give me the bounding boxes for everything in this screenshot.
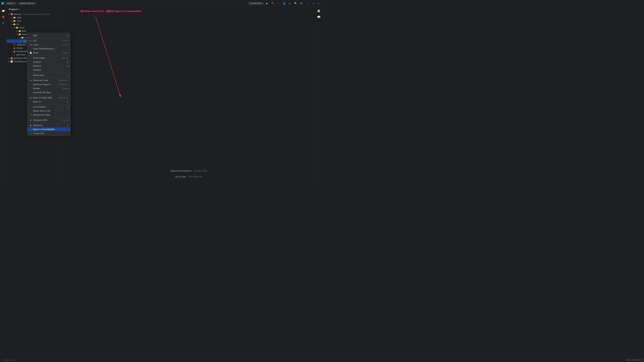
cm-item-compare-with[interactable]: ⇄ Compare With... Ctrl+D <box>27 118 70 122</box>
project-icon-button[interactable]: 📁 <box>1 8 6 14</box>
cm-item-delete[interactable]: Delete... Delete <box>27 86 70 90</box>
cm-label-find-usages: Find Usages <box>33 57 61 59</box>
tree-label-mvnw: mvnw <box>16 47 22 49</box>
cm-item-open-scenebuilder[interactable]: Open In SceneBuilder <box>27 127 70 132</box>
maximize-button[interactable]: □ <box>311 1 316 6</box>
cm-item-override-file-type[interactable]: Override File Type <box>27 90 70 94</box>
cm-label-create-gist: Create Gist... <box>33 132 68 134</box>
bookmarks-icon-button[interactable]: 🔖 <box>1 14 6 20</box>
cm-item-validate[interactable]: Validate <box>27 68 70 72</box>
more-actions-button[interactable]: ⋮ <box>276 1 281 6</box>
cm-label-paste: Paste <box>33 52 61 54</box>
cm-item-reformat[interactable]: ≡ Reformat Code Ctrl+Alt+L <box>27 78 70 82</box>
build-button[interactable]: 🔨 <box>270 1 275 6</box>
title-bar-left: J demo2 ▾ Version control ▾ <box>1 2 36 5</box>
cm-icon-open-in <box>29 100 32 103</box>
structure-icon-button[interactable]: ⊞ <box>1 20 6 26</box>
cm-sep-2 <box>27 55 70 56</box>
scratches-icon: 📝 <box>10 60 13 63</box>
cm-item-refactor[interactable]: Refactor ▶ <box>27 64 70 68</box>
notifications-icon-button[interactable]: 🔔 <box>316 8 322 14</box>
more-tools-icon-button[interactable]: ⋯ <box>1 26 6 32</box>
version-control-button[interactable]: Version control ▾ <box>18 2 36 5</box>
settings-button[interactable]: ⚙ <box>299 1 304 6</box>
cm-item-reload-disk[interactable]: ↺ Reload from Disk <box>27 113 70 117</box>
shortcut-go-to-file: Go to File Ctrl+Shift+N <box>176 176 202 178</box>
cm-icon-optimize-imports <box>29 83 32 86</box>
tree-item-main[interactable]: ▼ 📂 main <box>7 26 62 29</box>
tree-label-pom-xml: pom.xml <box>16 54 25 56</box>
cm-label-bookmarks: Bookmarks <box>33 74 66 76</box>
right-icon-bar: 🔔 📖 m <box>315 7 322 181</box>
run-button[interactable]: ▶ <box>265 1 269 6</box>
cm-item-copy-path[interactable]: Copy Path/Reference... <box>27 47 70 51</box>
cm-item-new[interactable]: New ▶ <box>27 34 70 38</box>
cm-sep-1 <box>27 38 70 38</box>
cm-label-open-in: Open In <box>33 100 66 103</box>
cm-label-optimize-imports: Optimize Imports <box>33 83 57 86</box>
tree-arrow-idea: ▶ <box>11 16 13 19</box>
cm-item-paste[interactable]: 📋 Paste Ctrl+V <box>27 51 70 55</box>
cm-icon-diagrams: ⊞ <box>29 124 32 127</box>
project-chevron-icon: ▾ <box>14 2 15 4</box>
title-bar-right: Current File ▾ ▶ 🔨 ⋮ 👤 A 🔍 ⚙ ─ □ ✕ <box>248 1 321 6</box>
tree-label-mvn: .mvn <box>16 20 22 22</box>
tree-item-demo2[interactable]: ▼ 📦 demo2 D:\dev\java\code\javafx\demo2 <box>7 12 62 16</box>
folder-icon-demo2: 📦 <box>10 13 13 16</box>
mvnw-cmd-icon: ▣ <box>13 50 16 53</box>
cm-icon-reformat: ≡ <box>29 79 32 82</box>
cm-shortcut-find-usages: Alt+F7 <box>62 57 68 59</box>
current-file-button[interactable]: Current File ▾ <box>248 2 264 5</box>
version-control-chevron-icon: ▾ <box>34 2 34 4</box>
cm-icon-bookmarks <box>29 74 32 76</box>
tree-item-mvn[interactable]: ▶ 📂 .mvn <box>7 19 62 22</box>
translate-button[interactable]: A <box>288 1 292 6</box>
cm-shortcut-reformat: Ctrl+Alt+L <box>59 80 68 82</box>
cm-item-analyze[interactable]: Analyze ▶ <box>27 60 70 64</box>
folder-icon-mvn: 📂 <box>13 20 16 22</box>
shortcut-search-everywhere: Search Everywhere Double Shift <box>170 170 207 172</box>
tree-arrow-mvn: ▶ <box>11 20 13 22</box>
cm-item-diagrams[interactable]: ⊞ Diagrams ▶ <box>27 123 70 127</box>
cm-item-open-in[interactable]: Open In ▶ <box>27 100 70 104</box>
cm-label-analyze: Analyze <box>33 61 66 63</box>
tree-path-demo2: D:\dev\java\code\javafx\demo2 <box>22 13 50 16</box>
tree-label-idea: .idea <box>16 16 22 19</box>
tree-item-idea[interactable]: ▶ 📂 .idea <box>7 16 62 19</box>
tree-arrow-main: ▼ <box>14 26 16 29</box>
fxml-file-icon: ⟨/⟩ <box>24 40 26 42</box>
tree-item-java[interactable]: ▶ 📂 java <box>7 29 62 33</box>
pom-xml-icon: m <box>13 54 16 56</box>
profile-button[interactable]: 👤 <box>282 1 286 6</box>
tree-item-src[interactable]: ▼ 📂 src <box>7 22 62 26</box>
cm-icon-paste: 📋 <box>29 52 32 54</box>
shortcut-label-search: Search Everywhere <box>170 170 192 172</box>
editor-area: Search Everywhere Double Shift Go to Fil… <box>62 7 315 181</box>
search-everywhere-button[interactable]: 🔍 <box>293 1 298 6</box>
cm-item-repair-ide[interactable]: Repair IDE on File <box>27 109 70 113</box>
cm-item-optimize-imports[interactable]: Optimize Imports Ctrl+Alt+O <box>27 82 70 86</box>
cm-label-validate: Validate <box>33 69 68 71</box>
learn-icon-button[interactable]: 📖 <box>316 14 322 20</box>
cm-label-refactor: Refactor <box>33 65 66 67</box>
cm-arrow-diagrams: ▶ <box>67 124 68 126</box>
project-menu-button[interactable]: demo2 ▾ <box>5 2 16 5</box>
cm-item-cut[interactable]: ✂ Cut Ctrl+X <box>27 39 70 43</box>
cm-item-find-usages[interactable]: Find Usages Alt+F7 <box>27 56 70 60</box>
close-button[interactable]: ✕ <box>316 1 321 6</box>
cm-item-local-history[interactable]: Local History ▶ <box>27 105 70 109</box>
minimize-button[interactable]: ─ <box>306 1 310 6</box>
cm-item-create-gist[interactable]: ⬡ Create Gist... <box>27 132 70 136</box>
tree-label-gitignore: .gitignore <box>16 44 26 46</box>
cm-icon-find-usages <box>29 57 32 59</box>
app-icon: J <box>1 2 4 5</box>
cm-icon-create-gist: ⬡ <box>29 132 32 135</box>
gitignore-icon: 🚫 <box>13 44 16 46</box>
sidebar-chevron-icon: ▾ <box>18 8 20 10</box>
cm-icon-reload-disk: ↺ <box>29 114 32 116</box>
tree-arrow-external-libs: ▶ <box>8 57 10 59</box>
cm-item-open-right-split[interactable]: ⊟ Open in Right Split Shift+Enter <box>27 96 70 100</box>
cm-item-copy[interactable]: ⧉ Copy Ctrl+C <box>27 43 70 47</box>
cm-item-bookmarks[interactable]: Bookmarks ▶ <box>27 73 70 77</box>
cm-icon-delete <box>29 87 32 90</box>
